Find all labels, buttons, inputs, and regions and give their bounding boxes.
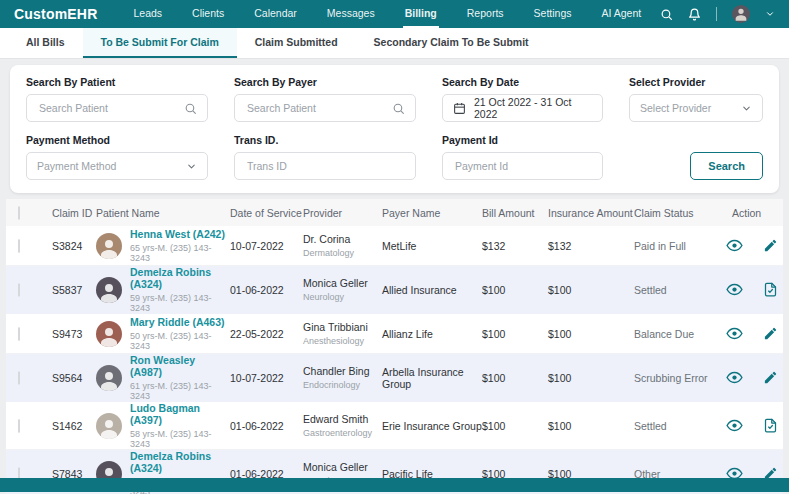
filter-label: Select Provider	[629, 76, 763, 88]
nav-item-reports[interactable]: Reports	[465, 0, 506, 28]
nav-item-billing[interactable]: Billing	[403, 0, 439, 28]
provider-select[interactable]: Select Provider	[629, 94, 763, 122]
patient-cell: Henna West (A242)65 yrs-M. (235) 143-324…	[96, 228, 230, 263]
select-all-checkbox[interactable]	[18, 206, 20, 220]
calendar-icon	[453, 102, 466, 115]
patient-name-link[interactable]: Demelza Robins (A324)	[130, 450, 211, 474]
tab-all-bills[interactable]: All Bills	[8, 28, 83, 58]
patient-name-link[interactable]: Ron Weasley (A987)	[130, 354, 195, 378]
view-icon[interactable]	[726, 369, 743, 386]
patient-name-link[interactable]: Henna West (A242)	[130, 228, 225, 240]
nav-item-clients[interactable]: Clients	[190, 0, 226, 28]
insurance-amount-cell: $132	[548, 240, 634, 252]
patient-avatar	[96, 321, 122, 347]
divider	[716, 7, 717, 21]
search-payer-input[interactable]	[245, 101, 384, 115]
provider-cell: Dr. CorinaDermatology	[303, 233, 382, 258]
patient-cell: Demelza Robins (A324)59 yrs-M. (235) 143…	[96, 266, 230, 313]
provider-cell: Chandler BingEndocrinology	[303, 365, 382, 390]
date-range-value: 21 Oct 2022 - 31 Oct 2022	[474, 96, 592, 120]
chevron-down-icon	[186, 161, 197, 172]
filter-payment-method: Payment Method Payment Method	[26, 134, 208, 180]
claim-id-cell: S5837	[52, 284, 96, 296]
filter-label: Payment Id	[442, 134, 603, 146]
filter-search-by-date: Search By Date 21 Oct 2022 - 31 Oct 2022	[442, 76, 603, 122]
view-icon[interactable]	[726, 237, 743, 254]
table-row: S5837Demelza Robins (A324)59 yrs-M. (235…	[6, 266, 783, 314]
action-cell	[718, 417, 778, 434]
tab-to-be-submit-for-claim[interactable]: To Be Submit For Claim	[83, 28, 237, 58]
payment-id-input[interactable]	[453, 159, 592, 173]
action-cell	[718, 369, 778, 386]
provider-specialty: Dermatology	[303, 248, 382, 258]
claim-id-cell: S9564	[52, 372, 96, 384]
row-checkbox[interactable]	[18, 283, 20, 297]
table-header: Claim ID Patient Name Date of Service Pr…	[6, 199, 783, 226]
view-icon[interactable]	[726, 325, 743, 342]
filter-label: Search By Patient	[26, 76, 208, 88]
payer-name-cell: Erie Insurance Group	[382, 420, 482, 432]
patient-avatar	[96, 413, 122, 439]
notifications-bell-icon[interactable]	[688, 8, 701, 21]
row-checkbox[interactable]	[18, 327, 20, 341]
filter-label: Search By Date	[442, 76, 603, 88]
action-cell	[718, 237, 778, 254]
table-body: S3824Henna West (A242)65 yrs-M. (235) 14…	[6, 226, 783, 494]
payer-name-cell: Arbella Insurance Group	[382, 366, 482, 390]
provider-cell: Edward SmithGastroenterology	[303, 413, 382, 438]
nav-item-leads[interactable]: Leads	[131, 0, 164, 28]
filter-label: Payment Method	[26, 134, 208, 146]
edit-icon[interactable]	[763, 238, 778, 253]
search-icon[interactable]	[660, 8, 673, 21]
tab-claim-submitted[interactable]: Claim Submitted	[237, 28, 356, 58]
nav-item-calendar[interactable]: Calendar	[252, 0, 299, 28]
edit-icon[interactable]	[763, 326, 778, 341]
date-of-service-cell: 10-07-2022	[230, 240, 303, 252]
search-icon	[392, 102, 405, 115]
payer-name-cell: MetLife	[382, 240, 482, 252]
provider-specialty: Endocrinology	[303, 380, 382, 390]
date-range-picker[interactable]: 21 Oct 2022 - 31 Oct 2022	[442, 94, 603, 122]
patient-meta: 61 yrs-M. (235) 143-3243	[130, 381, 230, 401]
search-patient-input[interactable]	[37, 101, 176, 115]
search-button[interactable]: Search	[690, 152, 763, 180]
patient-name-link[interactable]: Demelza Robins (A324)	[130, 266, 211, 290]
payer-name-cell: Allied Insurance	[382, 284, 482, 296]
col-patient-name: Patient Name	[96, 207, 230, 219]
claim-id-cell: S3824	[52, 240, 96, 252]
view-icon[interactable]	[726, 281, 743, 298]
nav-item-settings[interactable]: Settings	[532, 0, 574, 28]
claims-table: Claim ID Patient Name Date of Service Pr…	[6, 199, 783, 494]
claim-submit-icon[interactable]	[763, 418, 778, 433]
row-checkbox[interactable]	[18, 371, 20, 385]
nav-item-messages[interactable]: Messages	[325, 0, 377, 28]
billing-tabs: All BillsTo Be Submit For ClaimClaim Sub…	[0, 28, 789, 59]
trans-id-input[interactable]	[245, 159, 405, 173]
table-row: S1462Ludo Bagman (A397)58 yrs-M. (235) 1…	[6, 402, 783, 450]
user-menu-chevron-icon[interactable]	[765, 9, 775, 19]
payment-method-select[interactable]: Payment Method	[26, 152, 208, 180]
col-bill-amount: Bill Amount	[482, 207, 548, 219]
row-checkbox[interactable]	[18, 419, 20, 433]
patient-name-link[interactable]: Ludo Bagman (A397)	[130, 402, 200, 426]
filter-search-by-payer: Search By Payer	[234, 76, 416, 122]
payer-name-cell: Allianz Life	[382, 328, 482, 340]
patient-cell: Ludo Bagman (A397)58 yrs-M. (235) 143-32…	[96, 402, 230, 449]
search-icon	[184, 102, 197, 115]
claim-status-cell: Settled	[634, 284, 718, 296]
row-checkbox[interactable]	[18, 239, 20, 253]
patient-meta: 59 yrs-M. (235) 143-3243	[130, 293, 230, 313]
nav-item-ai-agent[interactable]: AI Agent	[600, 0, 644, 28]
chevron-down-icon	[741, 103, 752, 114]
date-of-service-cell: 01-06-2022	[230, 284, 303, 296]
main-nav: LeadsClientsCalendarMessagesBillingRepor…	[131, 0, 660, 28]
col-claim-id: Claim ID	[52, 207, 96, 219]
edit-icon[interactable]	[763, 370, 778, 385]
user-avatar[interactable]	[732, 5, 750, 23]
patient-name-link[interactable]: Mary Riddle (A463)	[130, 316, 225, 328]
view-icon[interactable]	[726, 417, 743, 434]
tab-secondary-claim-to-be-submit[interactable]: Secondary Claim To Be Submit	[356, 28, 547, 58]
claim-submit-icon[interactable]	[763, 282, 778, 297]
provider-specialty: Anesthesiology	[303, 336, 382, 346]
insurance-amount-cell: $100	[548, 328, 634, 340]
